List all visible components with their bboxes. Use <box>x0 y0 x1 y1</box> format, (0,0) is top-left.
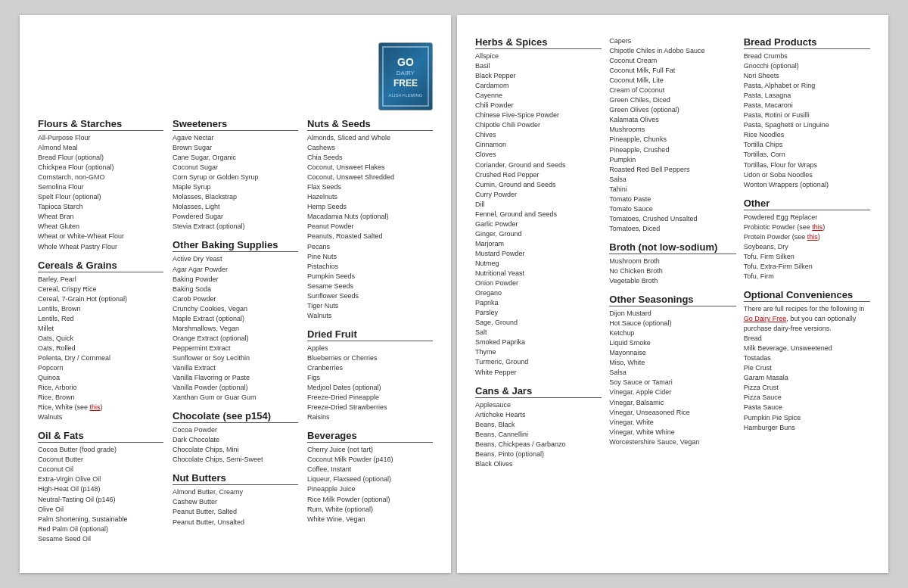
list-item: Artichoke Hearts <box>475 410 602 420</box>
list-item: Black Olives <box>475 459 602 469</box>
list-item: Chia Seeds <box>307 153 433 163</box>
list-item: Coconut Milk Powder (p416) <box>307 455 433 465</box>
list-item: Carob Powder <box>173 294 298 304</box>
list-item: Stevia Extract (optional) <box>173 222 298 232</box>
section-header: Nuts & Seeds <box>307 118 433 131</box>
list-item: Figs <box>307 373 433 383</box>
list-item: Pecans <box>307 242 433 252</box>
list-item: Medjool Dates (optional) <box>307 383 433 393</box>
list-item: Pumpkin Pie Spice <box>744 413 870 423</box>
list-item: Garam Masala <box>744 373 870 383</box>
list-item: Peanut Butter, Salted <box>173 507 298 517</box>
list-item: Peppermint Extract <box>173 344 298 353</box>
list-item: Vanilla Extract <box>173 363 298 373</box>
list-item: Coconut Sugar <box>173 163 298 173</box>
column: Nuts & SeedsAlmonds, Sliced and WholeCas… <box>307 118 433 544</box>
section-header: Herbs & Spices <box>475 36 602 49</box>
list-item: Oats, Rolled <box>38 344 163 353</box>
list-item: Cranberries <box>307 363 433 373</box>
list-item: Red Palm Oil (optional) <box>38 524 163 534</box>
list-item: Chocolate Chips, Semi-Sweet <box>173 455 298 465</box>
list-item: Cocoa Powder <box>173 425 298 435</box>
list-item: Miso, White <box>609 358 735 368</box>
list-item: Pasta, Spaghetti or Linguine <box>744 120 870 130</box>
list-item: Sunflower Seeds <box>307 291 433 301</box>
list-item: Oats, Quick <box>38 334 163 344</box>
list-item: Millet <box>38 324 163 334</box>
list-item: Wheat Bran <box>38 212 163 222</box>
list-item: Olive Oil <box>38 505 163 515</box>
list-item: Mustard Powder <box>475 249 602 259</box>
list-item: Chocolate Chips, Mini <box>173 445 298 455</box>
list-item: Chickpea Flour (optional) <box>38 163 163 173</box>
list-item: Walnuts <box>38 412 163 422</box>
list-item: Tortillas, Flour for Wraps <box>744 160 870 170</box>
left-page-columns: Flours & StarchesAll-Purpose FlourAlmond… <box>38 118 433 544</box>
list-item: Brown Sugar <box>173 143 298 153</box>
list-item: Coconut Cream <box>609 56 735 66</box>
list-item: Peanut Powder <box>307 222 433 232</box>
list-item: Active Dry Yeast <box>173 254 298 264</box>
list-item: Hot Sauce (optional) <box>609 319 735 328</box>
list-item: Spelt Flour (optional) <box>38 192 163 202</box>
list-item: Green Chiles, Diced <box>609 95 735 105</box>
list-item: Cashew Butter <box>173 497 298 507</box>
list-item: Quinoa <box>38 373 163 383</box>
list-item: Pumpkin <box>609 155 735 165</box>
right-page-columns: Herbs & SpicesAllspiceBasilBlack PepperC… <box>475 36 870 469</box>
list-item: Coconut, Unsweet Flakes <box>307 163 433 173</box>
list-item: Tapioca Starch <box>38 202 163 212</box>
list-item: Orange Extract (optional) <box>173 334 298 344</box>
list-item: Oregano <box>475 288 602 298</box>
list-item: Vanilla Flavoring or Paste <box>173 373 298 383</box>
list-item: Fennel, Ground and Seeds <box>475 210 602 219</box>
list-item: Popcorn <box>38 363 163 373</box>
list-item: Dill <box>475 200 602 210</box>
list-item: Pumpkin Seeds <box>307 272 433 282</box>
list-item: Chipotle Chiles in Adobo Sauce <box>609 46 735 56</box>
list-item: Crushed Red Pepper <box>475 170 602 180</box>
list-item: Udon or Soba Noodles <box>744 170 870 180</box>
list-item: Wheat or White-Wheat Flour <box>38 232 163 241</box>
intro-section: GO DAIRY FREE ALISA FLEMING <box>38 42 433 110</box>
list-item: Cream of Coconut <box>609 86 735 95</box>
list-item: Vegetable Broth <box>609 276 735 286</box>
list-item: Extra-Virgin Olive Oil <box>38 474 163 484</box>
list-item: Beans, Cannellini <box>475 430 602 440</box>
list-item: Kalamata Olives <box>609 115 735 125</box>
list-item: Rice, Brown <box>38 393 163 403</box>
list-item: Sage, Ground <box>475 318 602 328</box>
list-item: Freeze-Dried Pineapple <box>307 393 433 403</box>
list-item: Lentils, Red <box>38 314 163 324</box>
list-item: Basil <box>475 61 602 71</box>
list-item: Tomato Sauce <box>609 204 735 214</box>
list-item: Maple Extract (optional) <box>173 314 298 324</box>
list-item: Rum, White (optional) <box>307 505 433 515</box>
list-item: Smoked Paprika <box>475 338 602 347</box>
list-item: Cereal, 7-Grain Hot (optional) <box>38 294 163 304</box>
list-item: Turmeric, Ground <box>475 357 602 367</box>
section-header: Chocolate (see p154) <box>173 410 298 423</box>
list-item: Coconut Oil <box>38 465 163 474</box>
list-item: Garlic Powder <box>475 219 602 229</box>
list-item: Chipotle Chili Powder <box>475 120 602 130</box>
list-item: Ginger, Ground <box>475 229 602 239</box>
section-header: Bread Products <box>744 36 870 49</box>
section-header: Cans & Jars <box>475 385 602 398</box>
intro-text <box>38 42 371 110</box>
list-item: White Wine, Vegan <box>307 515 433 524</box>
right-page: Herbs & SpicesAllspiceBasilBlack PepperC… <box>457 15 888 573</box>
column: CapersChipotle Chiles in Adobo SauceCoco… <box>609 36 735 469</box>
section-header: Other Seasonings <box>609 294 735 306</box>
section-header: Dried Fruit <box>307 328 433 341</box>
left-page: GO DAIRY FREE ALISA FLEMING Flours & Sta… <box>20 15 451 573</box>
list-item: Tofu, Firm Silken <box>744 252 870 262</box>
section-header: Cereals & Grains <box>38 260 163 272</box>
list-item: Coffee, Instant <box>307 465 433 474</box>
list-item: Mushrooms <box>609 125 735 135</box>
list-item: Bread <box>744 334 870 344</box>
list-item: Marjoram <box>475 239 602 249</box>
section-header: Other Baking Supplies <box>173 239 298 252</box>
section-header: Beverages <box>307 430 433 443</box>
list-item: Pineapple, Chunks <box>609 135 735 145</box>
